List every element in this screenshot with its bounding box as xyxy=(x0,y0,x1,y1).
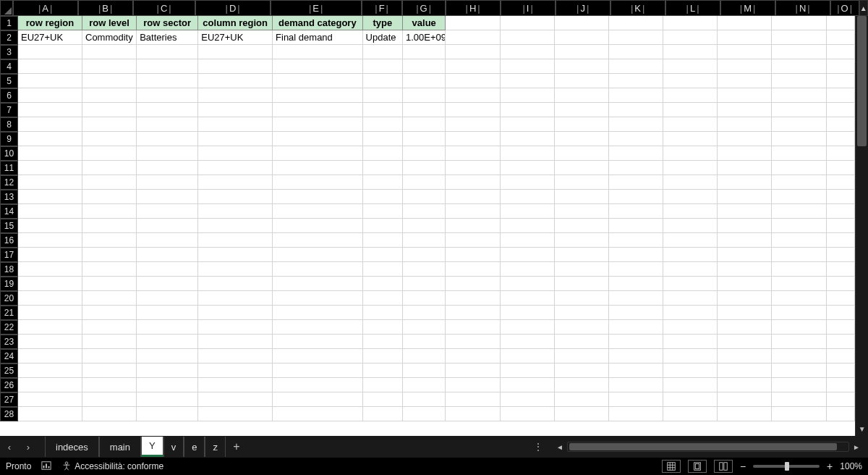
column-header-H[interactable]: |H| xyxy=(446,0,501,16)
cell-K18[interactable] xyxy=(609,262,663,277)
cell-M13[interactable] xyxy=(718,190,772,204)
cell-O17[interactable] xyxy=(827,248,856,262)
cell-E10[interactable] xyxy=(273,146,363,161)
cell-D27[interactable] xyxy=(198,392,273,407)
column-header-B[interactable]: |B| xyxy=(78,0,133,16)
cell-K22[interactable] xyxy=(609,320,663,335)
cell-I22[interactable] xyxy=(501,320,555,335)
cell-D24[interactable] xyxy=(198,349,273,363)
cell-O13[interactable] xyxy=(827,190,856,204)
cell-F22[interactable] xyxy=(363,320,403,335)
cell-H10[interactable] xyxy=(446,146,500,161)
cell-A1[interactable]: row region xyxy=(18,16,82,30)
cell-C8[interactable] xyxy=(137,117,198,132)
cell-H6[interactable] xyxy=(446,88,500,103)
cell-D20[interactable] xyxy=(198,291,273,306)
cell-O11[interactable] xyxy=(827,161,856,175)
cell-J20[interactable] xyxy=(555,291,609,306)
cell-L19[interactable] xyxy=(663,277,718,291)
cell-J7[interactable] xyxy=(555,103,609,117)
row-header-10[interactable]: 10 xyxy=(0,146,18,161)
vscroll-track[interactable] xyxy=(856,16,868,421)
scroll-up-button[interactable]: ▲ xyxy=(859,0,868,16)
cell-G17[interactable] xyxy=(403,248,446,262)
scroll-left-button[interactable]: ◄ xyxy=(553,440,567,453)
cell-O8[interactable] xyxy=(827,117,856,132)
stats-icon[interactable] xyxy=(41,461,51,473)
cell-B22[interactable] xyxy=(82,320,137,335)
cell-O1[interactable] xyxy=(827,16,856,30)
cell-G12[interactable] xyxy=(403,175,446,190)
cell-D16[interactable] xyxy=(198,233,273,248)
cell-G7[interactable] xyxy=(403,103,446,117)
cell-O28[interactable] xyxy=(827,407,856,421)
row-header-13[interactable]: 13 xyxy=(0,190,18,204)
view-page-break-button[interactable] xyxy=(714,460,733,473)
view-normal-button[interactable] xyxy=(662,460,681,473)
cell-K7[interactable] xyxy=(609,103,663,117)
cell-M21[interactable] xyxy=(718,306,772,320)
cell-F24[interactable] xyxy=(363,349,403,363)
cell-H25[interactable] xyxy=(446,363,500,378)
cell-L21[interactable] xyxy=(663,306,718,320)
cell-H5[interactable] xyxy=(446,74,500,88)
cell-N13[interactable] xyxy=(772,190,826,204)
cell-G19[interactable] xyxy=(403,277,446,291)
zoom-slider[interactable] xyxy=(753,465,820,468)
cell-E24[interactable] xyxy=(273,349,363,363)
cell-O4[interactable] xyxy=(827,59,856,74)
cell-L10[interactable] xyxy=(663,146,718,161)
cell-C21[interactable] xyxy=(137,306,198,320)
cell-C4[interactable] xyxy=(137,59,198,74)
cell-O5[interactable] xyxy=(827,74,856,88)
cell-A10[interactable] xyxy=(18,146,82,161)
cell-C2[interactable]: Batteries xyxy=(137,30,198,45)
hscroll-thumb[interactable] xyxy=(569,443,837,450)
cell-L16[interactable] xyxy=(663,233,718,248)
cell-B21[interactable] xyxy=(82,306,137,320)
row-header-25[interactable]: 25 xyxy=(0,363,18,378)
cell-H22[interactable] xyxy=(446,320,500,335)
cell-G18[interactable] xyxy=(403,262,446,277)
cell-E28[interactable] xyxy=(273,407,363,421)
cell-C28[interactable] xyxy=(137,407,198,421)
cell-L17[interactable] xyxy=(663,248,718,262)
cell-J16[interactable] xyxy=(555,233,609,248)
cell-D4[interactable] xyxy=(198,59,273,74)
cell-A9[interactable] xyxy=(18,132,82,146)
cell-D11[interactable] xyxy=(198,161,273,175)
cell-H7[interactable] xyxy=(446,103,500,117)
cell-H12[interactable] xyxy=(446,175,500,190)
row-header-18[interactable]: 18 xyxy=(0,262,18,277)
cell-F23[interactable] xyxy=(363,335,403,349)
cell-B24[interactable] xyxy=(82,349,137,363)
column-header-D[interactable]: |D| xyxy=(195,0,271,16)
cell-N21[interactable] xyxy=(772,306,826,320)
vertical-scrollbar[interactable]: ▼ xyxy=(855,16,868,436)
cell-H15[interactable] xyxy=(446,219,500,233)
cell-H28[interactable] xyxy=(446,407,500,421)
cell-F17[interactable] xyxy=(363,248,403,262)
zoom-out-button[interactable]: − xyxy=(740,461,746,472)
cell-N23[interactable] xyxy=(772,335,826,349)
cell-A17[interactable] xyxy=(18,248,82,262)
cell-F11[interactable] xyxy=(363,161,403,175)
cell-K25[interactable] xyxy=(609,363,663,378)
cell-B18[interactable] xyxy=(82,262,137,277)
cell-E20[interactable] xyxy=(273,291,363,306)
cell-E18[interactable] xyxy=(273,262,363,277)
sheet-tab-v[interactable]: v xyxy=(163,437,184,457)
cell-K24[interactable] xyxy=(609,349,663,363)
cell-N28[interactable] xyxy=(772,407,826,421)
cell-H19[interactable] xyxy=(446,277,500,291)
cell-D22[interactable] xyxy=(198,320,273,335)
row-header-20[interactable]: 20 xyxy=(0,291,18,306)
cell-O14[interactable] xyxy=(827,204,856,219)
cell-A3[interactable] xyxy=(18,45,82,59)
cell-F19[interactable] xyxy=(363,277,403,291)
cell-O10[interactable] xyxy=(827,146,856,161)
cell-C20[interactable] xyxy=(137,291,198,306)
cell-L27[interactable] xyxy=(663,392,718,407)
cell-L13[interactable] xyxy=(663,190,718,204)
cell-M2[interactable] xyxy=(718,30,772,45)
